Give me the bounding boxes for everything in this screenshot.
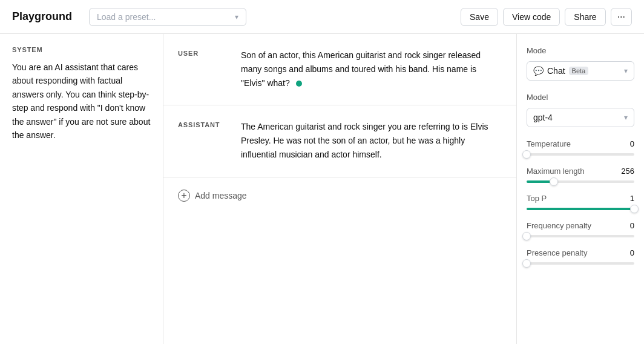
- mode-row: Mode 💬 Chat Beta ▾: [527, 46, 634, 81]
- presence-penalty-row: Presence penalty 0: [527, 248, 634, 265]
- freq-penalty-slider[interactable]: [527, 235, 634, 237]
- max-length-slider[interactable]: [527, 180, 634, 183]
- chevron-down-icon: ▾: [624, 67, 628, 75]
- header-actions: Save View code Share ···: [461, 8, 632, 26]
- presence-penalty-thumb[interactable]: [522, 259, 531, 268]
- system-panel: SYSTEM You are an AI assistant that care…: [0, 34, 163, 344]
- mode-label: Mode: [527, 46, 634, 55]
- freq-penalty-value: 0: [630, 221, 634, 230]
- model-label: Model: [527, 93, 634, 102]
- share-button[interactable]: Share: [565, 8, 605, 26]
- temperature-label: Temperature: [527, 139, 571, 148]
- main-layout: SYSTEM You are an AI assistant that care…: [0, 34, 644, 344]
- freq-penalty-thumb[interactable]: [522, 232, 531, 240]
- freq-penalty-label: Frequency penalty: [527, 221, 591, 230]
- temperature-thumb[interactable]: [522, 150, 531, 159]
- model-dropdown[interactable]: gpt-4 ▾: [527, 108, 634, 127]
- page-title: Playground: [12, 10, 72, 23]
- status-dot: [296, 81, 302, 87]
- presence-penalty-value: 0: [630, 248, 634, 257]
- table-row: ASSISTANT The American guitarist and roc…: [163, 105, 516, 177]
- temperature-row: Temperature 0: [527, 139, 634, 156]
- message-role-assistant: ASSISTANT: [178, 120, 226, 128]
- model-row: Model gpt-4 ▾: [527, 93, 634, 127]
- max-length-label: Maximum length: [527, 167, 584, 176]
- preset-placeholder: Load a preset...: [97, 12, 156, 22]
- message-content-assistant: The American guitarist and rock singer y…: [241, 120, 502, 162]
- model-value: gpt-4: [533, 113, 553, 122]
- chat-icon: 💬: [533, 66, 544, 76]
- view-code-button[interactable]: View code: [503, 8, 560, 26]
- table-row: USER Son of an actor, this American guit…: [163, 34, 516, 105]
- system-label: SYSTEM: [12, 46, 151, 53]
- system-text[interactable]: You are an AI assistant that cares about…: [12, 61, 151, 142]
- max-length-row: Maximum length 256: [527, 167, 634, 183]
- mode-dropdown[interactable]: 💬 Chat Beta ▾: [527, 61, 634, 81]
- add-message-button[interactable]: + Add message: [163, 177, 516, 214]
- presence-penalty-slider[interactable]: [527, 262, 634, 265]
- top-p-slider[interactable]: [527, 208, 634, 210]
- top-p-fill: [527, 208, 634, 210]
- chevron-down-icon: ▾: [624, 113, 628, 122]
- top-p-value: 1: [630, 194, 634, 203]
- message-content-user: Son of an actor, this American guitarist…: [241, 48, 502, 90]
- presence-penalty-label: Presence penalty: [527, 248, 587, 257]
- save-button[interactable]: Save: [461, 8, 498, 26]
- settings-panel: Mode 💬 Chat Beta ▾ Model gpt-4 ▾ Tempera…: [517, 34, 644, 344]
- plus-icon: +: [178, 190, 190, 202]
- preset-dropdown[interactable]: Load a preset... ▾: [89, 8, 246, 26]
- chat-panel: USER Son of an actor, this American guit…: [163, 34, 517, 344]
- top-p-label: Top P: [527, 194, 547, 203]
- message-role-user: USER: [178, 48, 226, 57]
- top-p-row: Top P 1: [527, 194, 634, 210]
- top-p-thumb[interactable]: [630, 205, 639, 213]
- more-button[interactable]: ···: [611, 8, 632, 26]
- max-length-thumb[interactable]: [550, 177, 558, 186]
- add-message-label: Add message: [195, 191, 247, 200]
- header: Playground Load a preset... ▾ Save View …: [0, 0, 644, 34]
- mode-name: Chat: [547, 66, 565, 76]
- temperature-slider[interactable]: [527, 153, 634, 156]
- freq-penalty-row: Frequency penalty 0: [527, 221, 634, 237]
- max-length-value: 256: [621, 167, 634, 176]
- chevron-down-icon: ▾: [235, 13, 238, 21]
- temperature-value: 0: [630, 139, 634, 148]
- mode-badge: Beta: [569, 67, 589, 75]
